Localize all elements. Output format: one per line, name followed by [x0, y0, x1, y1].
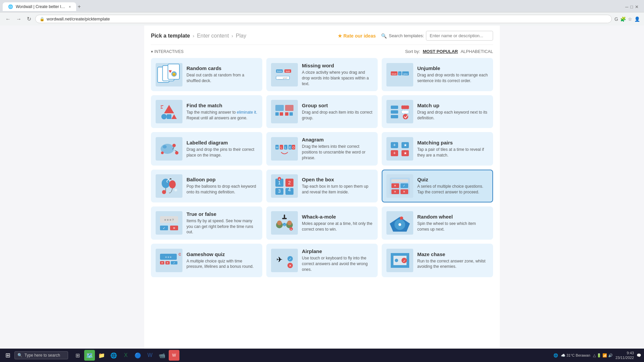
template-card-anagram[interactable]: H L L E O Anagram Drag the letters into … [266, 132, 378, 165]
minimize-button[interactable]: ─ [625, 4, 628, 9]
url-box[interactable]: 🔒 wordwall.net/create/picktemplate [35, 15, 612, 23]
svg-text:you: you [404, 72, 408, 75]
bookmark-icon[interactable]: ☆ [628, 16, 632, 22]
active-tab[interactable]: 🌐 Wordwall | Create better lessons × [3, 2, 76, 11]
svg-point-47 [175, 151, 178, 155]
svg-text:I: I [399, 72, 400, 75]
template-thumb-random-wheel: 📍 [386, 211, 413, 235]
svg-rect-33 [285, 112, 288, 116]
taskbar-app-folder[interactable]: 📁 [96, 350, 107, 361]
template-card-random-wheel[interactable]: 📍 Random wheel Spin the wheel to see whi… [382, 206, 493, 240]
tab-title: Wordwall | Create better lessons [16, 4, 66, 9]
svg-point-41 [403, 114, 408, 119]
rate-ideas-button[interactable]: ★ Rate our ideas [338, 33, 376, 39]
taskbar-app-chrome[interactable]: 🔵 [132, 350, 143, 361]
template-name-airplane: Airplane [302, 248, 373, 254]
template-card-match-up[interactable]: Match up Drag and drop each keyword next… [382, 95, 493, 128]
taskbar-app-word[interactable]: W [145, 350, 155, 361]
svg-point-108 [277, 221, 282, 225]
template-card-unjumble[interactable]: love I you Unjumble Drag and drop words … [382, 58, 493, 91]
svg-text:think: think [277, 70, 282, 72]
template-name-anagram: Anagram [302, 137, 373, 142]
start-button[interactable]: ⊞ [3, 350, 13, 360]
template-info-open-the-box: Open the box Tap each box in turn to ope… [302, 177, 373, 195]
svg-text:love: love [392, 72, 397, 75]
template-card-gameshow-quiz[interactable]: ≡ ≡ ≡ ✕ ✕ ✓ ⚙ Gameshow quiz A multiple c… [151, 244, 262, 277]
tab-close-button[interactable]: × [69, 5, 71, 9]
svg-text:✈: ✈ [276, 255, 282, 264]
template-name-missing-word: Missing word [302, 63, 373, 68]
sort-most-popular[interactable]: MOST POPULAR [423, 49, 458, 54]
svg-rect-40 [401, 110, 409, 114]
forward-button[interactable]: → [15, 15, 23, 23]
template-card-whack-a-mole[interactable]: ✓ ✕ Whack-a-mole Moles appear one at a t… [266, 206, 378, 240]
taskbar-app-meet[interactable]: 📹 [157, 350, 167, 361]
template-card-missing-word[interactable]: think task ___ you! Missing word A cloze… [266, 58, 378, 91]
template-info-find-the-match: Find the match Tap the matching answer t… [186, 103, 258, 121]
template-card-airplane[interactable]: ✈ ✓ ✕ Airplane Use touch or keyboard to … [266, 244, 378, 277]
svg-text:H: H [276, 146, 278, 149]
svg-text:3: 3 [278, 188, 281, 194]
template-card-open-the-box[interactable]: 1 ★ 2 3 4 Open the box Tap each box in t… [266, 170, 378, 202]
svg-text:E: E [289, 146, 291, 149]
google-icon[interactable]: G [614, 16, 618, 22]
svg-text:✓: ✓ [289, 257, 291, 261]
svg-text:✕: ✕ [161, 261, 163, 264]
svg-text:+: + [393, 142, 396, 147]
template-card-balloon-pop[interactable]: ☁ Balloon pop Pop the balloons to drop e… [151, 170, 262, 202]
template-card-random-cards[interactable]: ♥ 😊 Random cards Deal out cards at rando… [151, 58, 262, 91]
template-desc-random-cards: Deal out cards at random from a shuffled… [186, 72, 258, 84]
page-header: Pick a template › Enter content › Play ★… [151, 25, 493, 45]
template-name-random-cards: Random cards [186, 65, 258, 71]
new-tab-button[interactable]: + [77, 4, 80, 10]
template-info-matching-pairs: Matching pairs Tap a pair of tiles at a … [417, 140, 488, 158]
template-thumb-match-up [386, 100, 413, 123]
svg-rect-23 [167, 114, 171, 119]
template-desc-airplane: Use touch or keyboard to fly into the co… [302, 255, 373, 272]
lock-icon: 🔒 [40, 17, 45, 21]
search-input[interactable] [426, 31, 493, 41]
svg-text:✕: ✕ [403, 190, 406, 193]
maximize-button[interactable]: □ [630, 4, 633, 9]
taskbar-app-excel[interactable]: X [120, 350, 131, 361]
breadcrumb-sep-2: › [231, 33, 233, 39]
taskbar-app-maps[interactable]: 🗺️ [84, 350, 95, 361]
svg-rect-32 [280, 112, 283, 116]
svg-text:★: ★ [278, 178, 280, 180]
taskbar-globe-icon: 🌐 [553, 353, 558, 358]
svg-rect-30 [285, 105, 293, 111]
taskbar-search[interactable]: 🔍 Type here to search [14, 351, 68, 359]
svg-point-73 [169, 180, 176, 188]
template-card-quiz[interactable]: ✕ ✓ ✕ ✕ Quiz A series of multiple choice… [382, 170, 493, 202]
tab-bar: 🌐 Wordwall | Create better lessons × + ─… [0, 0, 644, 12]
template-card-maze-chase[interactable]: ✓ Maze chase Run to the correct answer z… [382, 244, 493, 277]
svg-text:✕: ✕ [394, 184, 396, 187]
extensions-icon[interactable]: 🧩 [620, 16, 626, 22]
template-thumb-find-the-match [156, 100, 182, 123]
svg-rect-29 [275, 105, 284, 111]
svg-point-22 [161, 114, 167, 119]
taskbar-app-red[interactable]: W [169, 350, 179, 361]
template-card-matching-pairs[interactable]: + ★ + ★ Matching pairs Tap a pair of til… [382, 132, 493, 165]
close-button[interactable]: ✕ [635, 4, 639, 9]
template-card-group-sort[interactable]: Group sort Drag and drop each item into … [266, 95, 378, 128]
svg-point-44 [163, 145, 167, 148]
profile-icon[interactable]: 👤 [634, 16, 640, 22]
svg-point-45 [172, 144, 176, 147]
svg-text:★: ★ [404, 143, 407, 147]
svg-text:📍: 📍 [400, 217, 403, 220]
reload-button[interactable]: ↻ [25, 14, 33, 23]
taskbar-app-edge[interactable]: 🌐 [108, 350, 119, 361]
template-card-labelled-diagram[interactable]: Labelled diagram Drag and drop the pins … [151, 132, 262, 165]
template-card-true-or-false[interactable]: ≡ ≡ ≡ ? ✓ ✕ True or false Items fly by a… [151, 206, 262, 240]
svg-text:L: L [285, 146, 286, 149]
svg-text:4: 4 [288, 187, 291, 192]
template-info-whack-a-mole: Whack-a-mole Moles appear one at a time,… [302, 214, 373, 232]
svg-text:✕: ✕ [394, 190, 396, 193]
back-button[interactable]: ← [4, 15, 12, 23]
svg-text:✓: ✓ [403, 259, 406, 263]
sort-alphabetical[interactable]: ALPHABETICAL [461, 49, 493, 54]
template-card-find-the-match[interactable]: Find the match Tap the matching answer t… [151, 95, 262, 128]
template-desc-balloon-pop: Pop the balloons to drop each keyword on… [186, 184, 258, 195]
taskbar-app-taskview[interactable]: ⊞ [72, 350, 83, 361]
